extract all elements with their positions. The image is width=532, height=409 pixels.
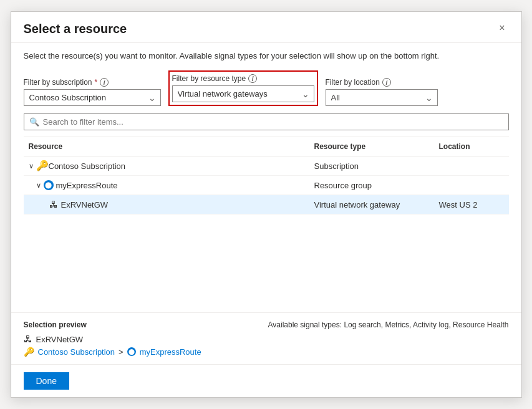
location-cell-3: West US 2 bbox=[434, 200, 509, 209]
resource-group-breadcrumb-icon: ⬤ bbox=[127, 347, 136, 356]
resource-type-filter-group: Filter by resource type i Virtual networ… bbox=[168, 70, 318, 106]
subscription-select-wrapper: Contoso Subscription bbox=[24, 89, 161, 106]
select-resource-dialog: Select a resource × Select the resource(… bbox=[11, 11, 522, 398]
subscription-key-icon: 🔑 bbox=[24, 347, 34, 357]
resource-cell-2: ∨ ⬤ myExpressRoute bbox=[24, 180, 309, 190]
search-box[interactable]: 🔍 bbox=[24, 113, 509, 130]
resource-cell-3: 🖧 ExRVNetGW bbox=[24, 200, 309, 209]
resource-table: Resource Resource type Location ∨ 🔑 Cont… bbox=[24, 137, 509, 305]
filters-row: Filter by subscription * i Contoso Subsc… bbox=[24, 70, 509, 106]
chevron-down-icon: ∨ bbox=[36, 181, 41, 190]
required-marker: * bbox=[95, 78, 98, 87]
resource-type-select-wrapper: Virtual network gateways bbox=[172, 85, 314, 102]
resource-type-info-icon[interactable]: i bbox=[248, 74, 257, 83]
resource-type-filter-label: Filter by resource type i bbox=[172, 74, 314, 83]
selection-preview-breadcrumb: 🔑 Contoso Subscription > ⬤ myExpressRout… bbox=[24, 347, 509, 357]
resource-name-link[interactable]: ExRVNetGW bbox=[61, 200, 109, 209]
subscription-filter-label: Filter by subscription * i bbox=[24, 78, 161, 87]
subscription-icon: 🔑 bbox=[36, 161, 46, 171]
breadcrumb-resource-group[interactable]: myExpressRoute bbox=[140, 347, 201, 357]
close-button[interactable]: × bbox=[495, 22, 508, 34]
subscription-info-icon[interactable]: i bbox=[100, 78, 109, 87]
table-row[interactable]: 🖧 ExRVNetGW Virtual network gateway West… bbox=[24, 195, 509, 214]
resource-type-inner: Filter by resource type i Virtual networ… bbox=[172, 74, 314, 102]
selection-preview-item-1: 🖧 ExRVNetGW bbox=[24, 334, 509, 344]
selection-preview-title: Selection preview bbox=[24, 320, 87, 329]
search-icon: 🔍 bbox=[29, 117, 39, 127]
table-row[interactable]: ∨ ⬤ myExpressRoute Resource group bbox=[24, 176, 509, 195]
breadcrumb-subscription[interactable]: Contoso Subscription bbox=[38, 347, 115, 357]
location-select-wrapper: All bbox=[326, 89, 438, 106]
resource-name-link[interactable]: Contoso Subscription bbox=[49, 161, 126, 171]
vng-icon: 🖧 bbox=[24, 334, 32, 344]
col-resource-type: Resource type bbox=[309, 142, 434, 151]
resource-group-icon: ⬤ bbox=[44, 180, 54, 190]
subscription-select[interactable]: Contoso Subscription bbox=[24, 89, 161, 106]
dialog-title: Select a resource bbox=[24, 22, 127, 36]
selection-preview-header: Selection preview Available signal types… bbox=[24, 320, 509, 334]
resource-type-cell-2: Resource group bbox=[309, 181, 434, 190]
dialog-header: Select a resource × bbox=[11, 12, 521, 43]
dialog-footer: Done bbox=[11, 364, 521, 397]
resource-type-cell-1: Subscription bbox=[309, 161, 434, 171]
subscription-filter-group: Filter by subscription * i Contoso Subsc… bbox=[24, 78, 161, 106]
resource-type-select[interactable]: Virtual network gateways bbox=[172, 85, 314, 102]
chevron-down-icon: ∨ bbox=[29, 162, 34, 170]
location-filter-group: Filter by location i All bbox=[326, 78, 438, 106]
resource-type-highlight-box: Filter by resource type i Virtual networ… bbox=[168, 70, 318, 106]
selection-preview: Selection preview Available signal types… bbox=[11, 312, 521, 364]
dialog-body: Select the resource(s) you want to monit… bbox=[11, 43, 521, 312]
location-filter-label: Filter by location i bbox=[326, 78, 438, 87]
selected-resource-name: ExRVNetGW bbox=[36, 335, 84, 344]
available-signals: Available signal types: Log search, Metr… bbox=[268, 320, 509, 329]
table-header: Resource Resource type Location bbox=[24, 137, 509, 156]
table-row[interactable]: ∨ 🔑 Contoso Subscription Subscription bbox=[24, 156, 509, 176]
search-input[interactable] bbox=[43, 117, 503, 127]
resource-type-cell-3: Virtual network gateway bbox=[309, 200, 434, 209]
location-info-icon[interactable]: i bbox=[382, 78, 391, 87]
vng-icon: 🖧 bbox=[49, 200, 59, 209]
col-resource: Resource bbox=[24, 142, 309, 151]
col-location: Location bbox=[434, 142, 509, 151]
info-text: Select the resource(s) you want to monit… bbox=[24, 51, 509, 62]
done-button[interactable]: Done bbox=[24, 372, 69, 390]
resource-name-link[interactable]: myExpressRoute bbox=[56, 181, 118, 190]
resource-cell-1: ∨ 🔑 Contoso Subscription bbox=[24, 161, 309, 171]
location-select[interactable]: All bbox=[326, 89, 438, 106]
